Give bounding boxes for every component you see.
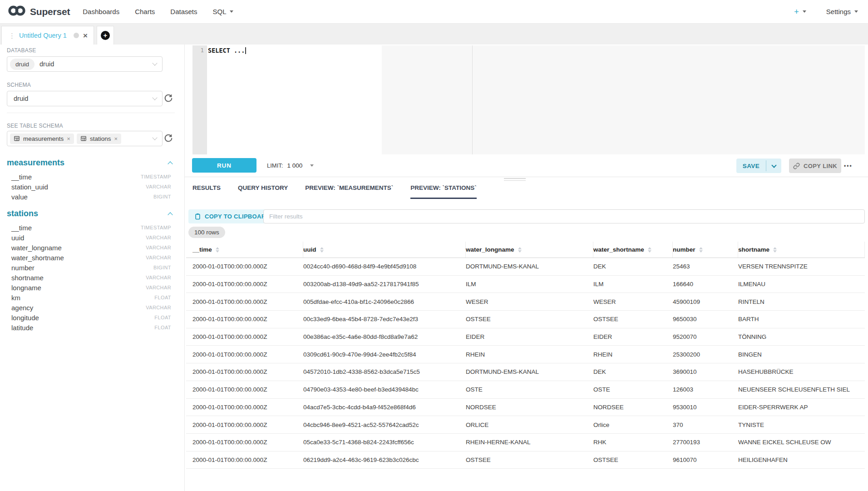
close-icon[interactable]: ×	[83, 32, 88, 40]
editor-gutter: 1	[192, 45, 207, 154]
database-type-chip: druid	[10, 59, 35, 70]
nav-item[interactable]: Datasets	[170, 8, 197, 15]
table-row[interactable]: 2000-01-01T00:00:00.000Z 0309cd61-90c9-4…	[186, 346, 865, 363]
column-name: station_uuid	[11, 183, 48, 191]
column-header[interactable]: __time	[192, 242, 303, 258]
settings-menu[interactable]: Settings	[826, 8, 858, 15]
sort-icon[interactable]	[699, 247, 703, 253]
table-row[interactable]: 2000-01-01T00:00:00.000Z 04790e03-4353-4…	[186, 381, 865, 399]
table-chip[interactable]: measurements ×	[10, 134, 74, 144]
table-row[interactable]: 2000-01-01T00:00:00.000Z 0024cc40-d690-4…	[186, 258, 865, 276]
schema-column-row: agency VARCHAR	[7, 303, 176, 312]
schema-column-row: latitude FLOAT	[7, 322, 176, 332]
add-query-tab-button[interactable]: +	[97, 26, 114, 45]
results-table-body: 2000-01-01T00:00:00.000Z 0024cc40-d690-4…	[186, 258, 865, 469]
result-tab[interactable]: PREVIEW: `STATIONS`	[410, 184, 477, 199]
table-row[interactable]: 2000-01-01T00:00:00.000Z 005dfdae-efcc-4…	[186, 293, 865, 311]
drag-grip-icon[interactable]: ⋮	[9, 32, 15, 39]
chevron-up-icon[interactable]	[168, 212, 173, 217]
schema-select[interactable]: druid	[7, 91, 163, 106]
cell-uuid: 00e386ac-e35c-4a6e-80dd-f8cd8a9e7a62	[303, 333, 466, 340]
refresh-schema-icon[interactable]	[163, 93, 174, 104]
database-select[interactable]: druid druid	[7, 56, 163, 72]
results-table-header: __time uuid water_longname water_shortna…	[186, 242, 865, 258]
sql-editor[interactable]: 1 SELECT ...	[189, 45, 865, 154]
cell-uuid: 04cbc946-8ee9-4521-ac52-557642cad52c	[303, 422, 466, 428]
table-row[interactable]: 2000-01-01T00:00:00.000Z 05ca0e33-5c71-4…	[186, 434, 865, 451]
cell-time: 2000-01-01T00:00:00.000Z	[192, 281, 303, 288]
limit-dropdown[interactable]: LIMIT: 1 000	[267, 158, 314, 173]
save-options-button[interactable]	[766, 159, 781, 173]
superset-brand[interactable]: Superset	[7, 5, 70, 19]
column-header[interactable]: number	[673, 242, 738, 258]
save-button[interactable]: SAVE	[736, 159, 766, 173]
measurements-heading-row[interactable]: measurements	[7, 158, 176, 168]
top-nav: Superset DashboardsChartsDatasets SQL + …	[0, 0, 868, 24]
column-header-label: __time	[192, 246, 212, 253]
result-tab[interactable]: PREVIEW: `MEASUREMENTS`	[305, 184, 393, 199]
new-item-menu[interactable]: +	[794, 8, 806, 16]
remove-chip-icon[interactable]: ×	[67, 136, 70, 142]
result-tab[interactable]: RESULTS	[192, 184, 221, 199]
brand-name: Superset	[30, 6, 70, 17]
cell-time: 2000-01-01T00:00:00.000Z	[192, 351, 303, 358]
run-button[interactable]: RUN	[192, 158, 256, 173]
column-name: number	[11, 264, 35, 272]
cell-uuid: 005dfdae-efcc-410a-bf1c-24096e0c2866	[303, 298, 466, 305]
table-row[interactable]: 2000-01-01T00:00:00.000Z 04acd7e5-3cbc-4…	[186, 399, 865, 417]
table-row[interactable]: 2000-01-01T00:00:00.000Z 003200ab-d138-4…	[186, 276, 865, 293]
cell-water-shortname: OSTSEE	[593, 456, 673, 463]
pane-resize-handle[interactable]	[504, 178, 526, 182]
table-row[interactable]: 2000-01-01T00:00:00.000Z 06219dd9-a2c4-4…	[186, 451, 865, 469]
refresh-tables-icon[interactable]	[163, 133, 174, 144]
column-name: km	[11, 294, 20, 302]
column-name: agency	[11, 304, 33, 312]
column-type: TIMESTAMP	[141, 225, 171, 230]
copy-link-button[interactable]: COPY LINK	[789, 159, 841, 173]
query-tab[interactable]: ⋮ Untitled Query 1 ×	[1, 26, 94, 45]
more-options-button[interactable]: •••	[844, 159, 853, 173]
nav-item[interactable]: Dashboards	[83, 8, 119, 15]
column-type: TIMESTAMP	[141, 174, 171, 179]
stations-heading-row[interactable]: stations	[7, 209, 176, 218]
result-tab[interactable]: QUERY HISTORY	[238, 184, 288, 199]
sort-icon[interactable]	[773, 247, 777, 253]
table-row[interactable]: 2000-01-01T00:00:00.000Z 04cbc946-8ee9-4…	[186, 416, 865, 434]
cell-shortname: WANNE EICKEL SCHLEUSE OW	[738, 439, 865, 446]
column-header[interactable]: water_longname	[466, 242, 593, 258]
remove-chip-icon[interactable]: ×	[114, 136, 118, 142]
sort-icon[interactable]	[320, 247, 324, 253]
table-row[interactable]: 2000-01-01T00:00:00.000Z 04572010-1db2-4…	[186, 363, 865, 381]
chevron-down-icon	[854, 10, 858, 13]
chevron-up-icon[interactable]	[168, 161, 173, 166]
cell-water-longname: DORTMUND-EMS-KANAL	[466, 368, 593, 375]
cell-water-shortname: OSTE	[593, 386, 673, 393]
sql-code-line[interactable]: SELECT ...	[208, 47, 246, 54]
sort-icon[interactable]	[216, 247, 219, 253]
cell-time: 2000-01-01T00:00:00.000Z	[192, 333, 303, 340]
table-chip-label: measurements	[23, 135, 64, 142]
cell-water-longname: OSTE	[466, 386, 593, 393]
sort-icon[interactable]	[518, 247, 522, 253]
cell-water-longname: WESER	[466, 298, 593, 305]
table-schema-select[interactable]: measurements × stations ×	[7, 131, 163, 146]
editor-toolbar: RUN LIMIT: 1 000 SAVE COPY LINK •••	[185, 154, 868, 177]
cell-shortname: ILMENAU	[738, 281, 865, 288]
column-name: water_longname	[11, 244, 62, 252]
nav-item-sql[interactable]: SQL	[213, 8, 233, 15]
schema-column-row: __time TIMESTAMP	[7, 172, 176, 182]
schema-column-row: water_shortname VARCHAR	[7, 253, 176, 263]
column-header[interactable]: water_shortname	[593, 242, 673, 258]
nav-item[interactable]: Charts	[135, 8, 155, 15]
column-header[interactable]: uuid	[303, 242, 466, 258]
table-row[interactable]: 2000-01-01T00:00:00.000Z 00e386ac-e35c-4…	[186, 328, 865, 346]
schema-column-row: km FLOAT	[7, 293, 176, 303]
table-row[interactable]: 2000-01-01T00:00:00.000Z 00c33ed9-6bea-4…	[186, 311, 865, 328]
table-chip[interactable]: stations ×	[77, 134, 121, 144]
cell-water-shortname: WESER	[593, 298, 673, 305]
sort-icon[interactable]	[648, 247, 651, 253]
schema-column-row: longname VARCHAR	[7, 283, 176, 293]
column-name: longname	[11, 284, 41, 292]
filter-results-input[interactable]	[263, 209, 865, 223]
column-header[interactable]: shortname	[738, 242, 865, 258]
